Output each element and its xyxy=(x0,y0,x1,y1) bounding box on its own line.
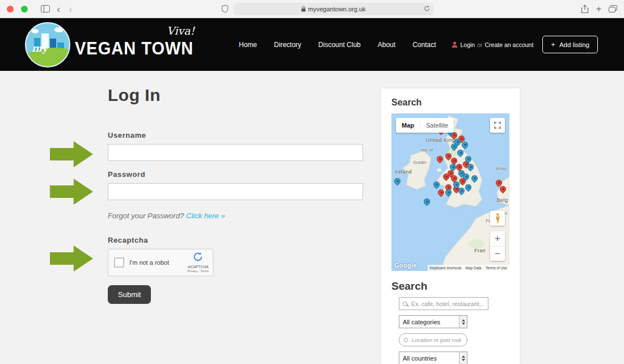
page-title: Log In xyxy=(108,86,364,105)
site-logo[interactable]: my Viva! VEGAN TOWN xyxy=(25,22,193,67)
category-select-value: All categories xyxy=(399,316,459,328)
url-text: myvegantown.org.uk xyxy=(308,6,366,12)
fullscreen-icon xyxy=(494,122,501,129)
keyword-search-field[interactable] xyxy=(399,297,488,310)
map-view-button[interactable]: Map xyxy=(396,122,420,129)
search-icon xyxy=(403,302,407,306)
map-type-control: Map Satellite xyxy=(396,118,454,133)
password-label: Password xyxy=(108,170,364,179)
new-tab-icon[interactable]: + xyxy=(594,4,604,14)
reload-icon[interactable] xyxy=(424,5,430,12)
annotation-arrow-username xyxy=(50,141,93,167)
plus-icon: + xyxy=(551,41,555,48)
location-field[interactable] xyxy=(399,333,467,346)
add-listing-label: Add listing xyxy=(559,41,589,48)
submit-button[interactable]: Submit xyxy=(108,285,151,304)
select-stepper-icon xyxy=(459,352,467,364)
sidebar-toggle-icon[interactable] xyxy=(41,5,50,12)
zoom-in-button[interactable]: + xyxy=(490,231,505,246)
zoom-out-button[interactable]: − xyxy=(490,246,505,261)
satellite-view-button[interactable]: Satellite xyxy=(420,122,454,129)
recaptcha-logo-icon xyxy=(193,252,203,265)
recaptcha-label: Recaptcha xyxy=(108,236,364,244)
pegman-icon xyxy=(495,213,500,223)
map-place-label: Isle of xyxy=(421,147,433,152)
main-nav: HomeDirectoryDiscount ClubAboutContact xyxy=(239,41,436,49)
page-body: Log In Username Password Forgot your Pas… xyxy=(0,71,624,364)
map-widget[interactable]: United KingdomIsle ofDublinIrelandAmstBe… xyxy=(391,113,509,271)
logo-viva-text: Viva! xyxy=(167,24,195,37)
account-or-text: or xyxy=(477,41,482,48)
login-link[interactable]: Login xyxy=(460,41,475,48)
nav-item-home[interactable]: Home xyxy=(239,41,257,49)
browser-toolbar: ‹ › myvegantown.org.uk + xyxy=(0,0,624,18)
map-place-label: Dublin xyxy=(414,160,427,165)
select-stepper-icon xyxy=(459,316,467,328)
map-attribution-link[interactable]: Terms of Use xyxy=(486,266,507,270)
window-close-button[interactable] xyxy=(7,6,14,12)
window-zoom-button[interactable] xyxy=(21,6,28,12)
lock-icon xyxy=(301,6,306,12)
nav-item-directory[interactable]: Directory xyxy=(274,41,301,49)
map-place-label: Fran xyxy=(474,248,486,253)
recaptcha-brand: reCAPTCHA Privacy - Terms xyxy=(187,252,209,273)
login-form: Log In Username Password Forgot your Pas… xyxy=(108,86,364,304)
logo-cloud xyxy=(32,29,39,33)
google-logo[interactable]: Google xyxy=(394,262,417,269)
recaptcha-checkbox-label: I'm not a robot xyxy=(129,259,169,266)
forward-button[interactable]: › xyxy=(67,4,74,14)
recaptcha-privacy-terms[interactable]: Privacy - Terms xyxy=(187,269,209,273)
forgot-password-text: Forgot your Password? xyxy=(108,211,184,220)
map-place-label: Belg xyxy=(497,197,508,203)
fullscreen-button[interactable] xyxy=(490,118,505,133)
zoom-control: + − xyxy=(490,231,505,261)
back-button[interactable]: ‹ xyxy=(55,4,62,14)
nav-item-discount-club[interactable]: Discount Club xyxy=(318,41,361,49)
username-input[interactable] xyxy=(108,144,363,161)
map-search-title: Search xyxy=(391,98,509,108)
sidebar: Search United KingdomIsle ofDublinIrelan… xyxy=(381,88,520,364)
logo-wordmark: Viva! VEGAN TOWN xyxy=(75,31,193,58)
map-attribution-link[interactable]: Map Data xyxy=(466,266,482,270)
forgot-password-row: Forgot your Password? Click here » xyxy=(108,211,364,220)
logo-mark: my xyxy=(25,22,70,67)
person-icon xyxy=(452,41,458,48)
logo-cloud xyxy=(54,27,64,32)
password-input[interactable] xyxy=(108,183,363,200)
account-links[interactable]: Login or Create an account xyxy=(452,41,533,48)
category-select[interactable]: All categories xyxy=(399,315,467,328)
annotation-arrow-recaptcha xyxy=(50,246,93,272)
map-place-label: Ireland xyxy=(395,169,412,175)
location-input[interactable] xyxy=(411,336,462,344)
share-icon[interactable] xyxy=(581,5,589,14)
privacy-shield-icon[interactable] xyxy=(221,5,229,13)
recaptcha-brand-name: reCAPTCHA xyxy=(188,265,209,269)
create-account-link[interactable]: Create an account xyxy=(485,41,534,48)
site-header: my Viva! VEGAN TOWN HomeDirectoryDiscoun… xyxy=(0,18,624,71)
forgot-password-link[interactable]: Click here » xyxy=(186,211,225,220)
recaptcha-checkbox[interactable] xyxy=(114,257,124,268)
add-listing-button[interactable]: + Add listing xyxy=(542,36,598,53)
map-place-label: Amst xyxy=(496,166,506,171)
recaptcha-widget: I'm not a robot reCAPTCHA Privacy - Term… xyxy=(108,249,213,276)
search-title: Search xyxy=(391,280,509,293)
nav-item-about[interactable]: About xyxy=(378,41,395,49)
username-label: Username xyxy=(108,131,364,139)
country-select-value: All countries xyxy=(399,352,459,364)
annotation-arrow-password xyxy=(50,179,93,205)
logo-my-text: my xyxy=(32,43,48,54)
map-attribution-link[interactable]: Keyboard shortcuts xyxy=(430,266,462,270)
tab-overview-icon[interactable] xyxy=(609,5,617,12)
logo-main-text: VEGAN TOWN xyxy=(75,39,193,59)
keyword-search-input[interactable] xyxy=(410,300,484,308)
map-attribution: Keyboard shortcutsMap DataTerms of Use xyxy=(428,265,510,271)
pegman-control[interactable] xyxy=(490,211,505,226)
address-bar[interactable]: myvegantown.org.uk xyxy=(234,3,433,15)
location-pin-icon xyxy=(403,337,409,343)
country-select[interactable]: All countries xyxy=(399,352,467,364)
nav-item-contact[interactable]: Contact xyxy=(412,41,436,49)
